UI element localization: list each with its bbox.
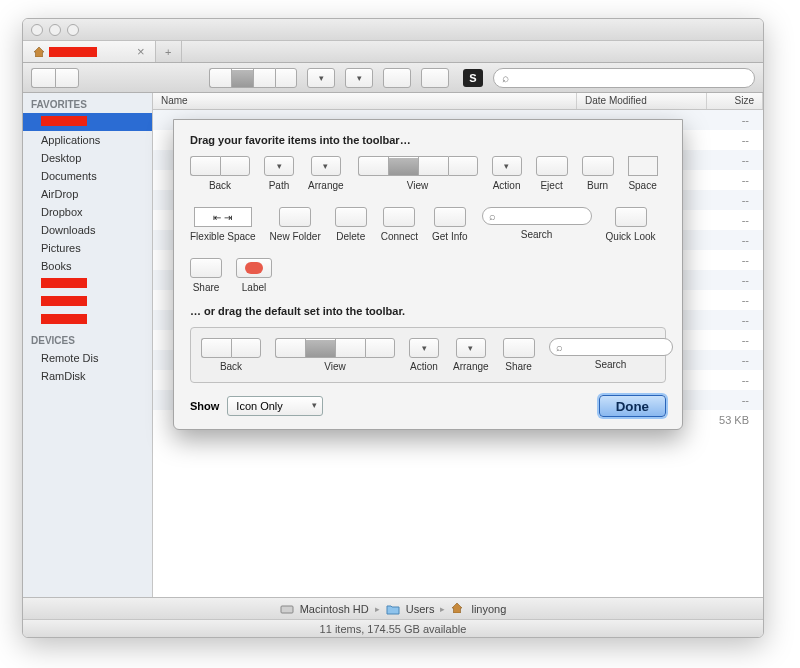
sidebar-item[interactable]: Pictures [23,239,152,257]
palette-control-eject[interactable] [536,156,568,176]
status-bar: 11 items, 174.55 GB available [23,619,763,637]
palette-item-delete[interactable]: Delete [335,207,367,242]
palette-control-space[interactable] [628,156,658,176]
palette-item-eject[interactable]: Eject [536,156,568,191]
back-forward-segment[interactable] [31,68,79,88]
sidebar-item[interactable]: Remote Dis [23,349,152,367]
palette-control-action[interactable] [409,338,439,358]
palette-item-quicklook[interactable]: Quick Look [606,207,656,242]
toolbar-share-button[interactable] [383,68,411,88]
palette-label: Delete [336,231,365,242]
palette-control-action[interactable] [492,156,522,176]
show-select[interactable]: Icon Only [227,396,323,416]
sidebar-item[interactable]: Desktop [23,149,152,167]
palette-item-action[interactable]: Action [409,338,439,372]
sidebar-item[interactable] [23,311,152,329]
sidebar-item[interactable]: AirDrop [23,185,152,203]
path-bar[interactable]: Macintosh HD ▸ Users ▸ linyong [23,597,763,619]
row-size: -- [707,274,763,286]
palette-label: Label [242,282,266,293]
sidebar-item[interactable]: Dropbox [23,203,152,221]
palette-control-quicklook[interactable] [615,207,647,227]
palette-item-arrange[interactable]: Arrange [453,338,489,372]
palette-control-burn[interactable] [582,156,614,176]
palette-control-share[interactable] [190,258,222,278]
search-field[interactable] [493,68,755,88]
palette-control-share[interactable] [503,338,535,358]
palette-control-back[interactable] [190,156,250,176]
path-seg-2[interactable]: Users [406,603,435,615]
close-window-button[interactable] [31,24,43,36]
path-seg-1[interactable]: Macintosh HD [300,603,369,615]
column-name[interactable]: Name [153,93,577,109]
sidebar-item[interactable]: Applications [23,131,152,149]
sidebar-item[interactable] [23,275,152,293]
sidebar-item[interactable] [23,113,152,131]
palette-item-back[interactable]: Back [201,338,261,372]
palette-control-newfolder[interactable] [279,207,311,227]
palette-item-label[interactable]: Label [236,258,272,293]
toolbar-extra-button[interactable] [421,68,449,88]
palette-control-label[interactable] [236,258,272,278]
palette-item-view[interactable]: View [358,156,478,191]
palette-control-search[interactable] [549,338,673,356]
sidebar-item[interactable]: Documents [23,167,152,185]
palette-control-getinfo[interactable] [434,207,466,227]
sidebar-item[interactable]: Downloads [23,221,152,239]
palette-item-search[interactable]: Search [549,338,673,370]
palette-control-flexspace[interactable]: ⇤ ⇥ [194,207,252,227]
palette-item-back[interactable]: Back [190,156,250,191]
toolbar-action-dropdown[interactable] [307,68,335,88]
home-icon [33,47,45,57]
path-seg-3[interactable]: linyong [471,603,506,615]
minimize-window-button[interactable] [49,24,61,36]
palette-item-getinfo[interactable]: Get Info [432,207,468,242]
palette-item-flexspace[interactable]: ⇤ ⇥Flexible Space [190,207,256,242]
column-date[interactable]: Date Modified [577,93,707,109]
palette-control-search[interactable] [482,207,592,225]
palette-control-connect[interactable] [383,207,415,227]
row-size: -- [707,114,763,126]
palette-item-burn[interactable]: Burn [582,156,614,191]
zoom-window-button[interactable] [67,24,79,36]
sidebar-item[interactable]: RamDisk [23,367,152,385]
sidebar-item[interactable]: Books [23,257,152,275]
home-icon [451,603,465,615]
hd-icon [280,603,294,615]
palette-item-arrange[interactable]: Arrange [308,156,344,191]
palette-label: Eject [540,180,562,191]
palette-label: Arrange [308,180,344,191]
palette-item-action[interactable]: Action [492,156,522,191]
palette-control-view[interactable] [358,156,478,176]
tab-close-button[interactable]: × [137,44,145,59]
done-button[interactable]: Done [599,395,666,417]
palette-item-share[interactable]: Share [503,338,535,372]
view-segment[interactable] [209,68,297,88]
palette-control-arrange[interactable] [456,338,486,358]
dialog-heading-1: Drag your favorite items into the toolba… [190,134,666,146]
tab-home[interactable]: × [23,41,156,62]
row-size: -- [707,374,763,386]
palette-item-connect[interactable]: Connect [381,207,418,242]
palette-control-view[interactable] [275,338,395,358]
row-size: -- [707,214,763,226]
new-tab-button[interactable]: + [156,41,182,62]
palette-item-space[interactable]: Space [628,156,658,191]
palette-item-path[interactable]: Path [264,156,294,191]
tab-label-redacted [49,47,97,57]
s-badge[interactable]: S [463,69,483,87]
sidebar-item[interactable] [23,293,152,311]
palette-item-view[interactable]: View [275,338,395,372]
column-size[interactable]: Size [707,93,763,109]
default-toolbar-set[interactable]: BackViewActionArrangeShareSearch [190,327,666,383]
palette-label: Path [269,180,290,191]
palette-control-path[interactable] [264,156,294,176]
palette-label: Action [493,180,521,191]
palette-item-share[interactable]: Share [190,258,222,293]
palette-item-search[interactable]: Search [482,207,592,242]
toolbar-arrange-dropdown[interactable] [345,68,373,88]
palette-control-arrange[interactable] [311,156,341,176]
palette-item-newfolder[interactable]: New Folder [270,207,321,242]
palette-control-back[interactable] [201,338,261,358]
palette-control-delete[interactable] [335,207,367,227]
